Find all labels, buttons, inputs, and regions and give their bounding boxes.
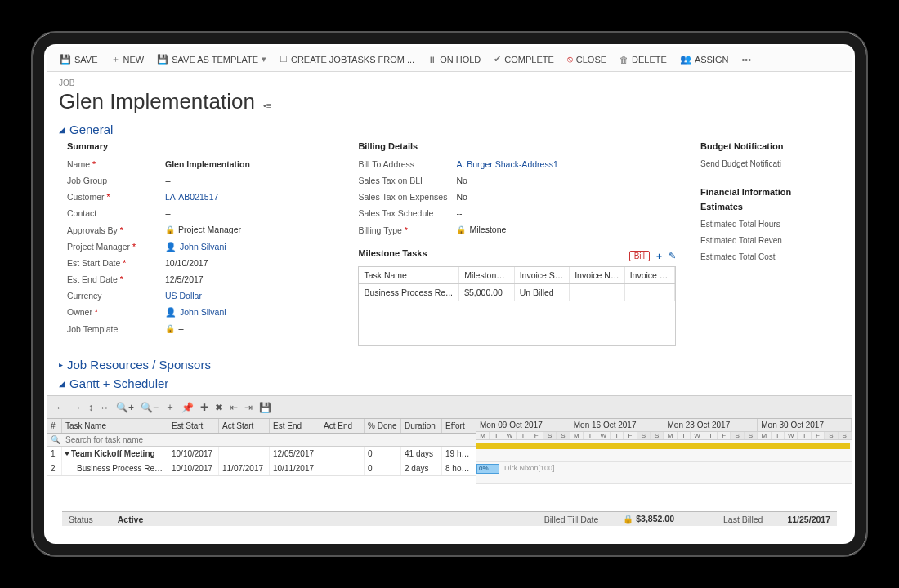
title-list-icon[interactable]: •≡ <box>263 100 271 110</box>
billing-type-value[interactable]: 🔒Milestone <box>456 223 506 237</box>
financial-heading: Financial Information <box>700 187 840 197</box>
bill-button[interactable]: Bill <box>629 251 650 261</box>
estimates-sub: Estimates <box>700 202 840 212</box>
add-milestone-icon[interactable]: ＋ <box>655 250 664 262</box>
col-pct[interactable]: % Done <box>365 419 401 433</box>
section-resources-header[interactable]: ▸ Job Resources / Sponsors <box>59 358 840 372</box>
gantt-indent-icon[interactable]: ⇥ <box>244 402 253 413</box>
contact-value[interactable]: -- <box>165 207 171 220</box>
new-button[interactable]: ＋NEW <box>105 51 150 68</box>
budget-notif-heading: Budget Notification <box>700 141 840 151</box>
gantt-zoomin-icon[interactable]: 🔍+ <box>116 402 134 413</box>
billed-till-label: Billed Till Date <box>544 514 599 524</box>
gantt-zoomout-icon[interactable]: 🔍− <box>141 402 159 413</box>
tax-exp-label: Sales Tax on Expenses <box>358 190 456 203</box>
col-price[interactable]: Milestone price* <box>459 267 515 283</box>
section-gantt-header[interactable]: ◢ Gantt + Scheduler <box>59 376 840 390</box>
expand-icon[interactable] <box>65 452 69 456</box>
lock-icon: 🔒 <box>456 225 466 234</box>
tablet-frame: 💾SAVE ＋NEW 💾SAVE AS TEMPLATE ▾ ☐CREATE J… <box>31 31 868 557</box>
task-bar-label: Dirk Nixon[100] <box>504 464 555 472</box>
day-cell: F <box>530 432 543 439</box>
pause-icon: ⏸ <box>427 55 436 65</box>
gantt-timeline[interactable]: Mon 09 Oct 2017 Mon 16 Oct 2017 Mon 23 O… <box>476 419 852 484</box>
contact-label: Contact <box>67 207 165 220</box>
approvals-by-label: Approvals By <box>67 225 123 235</box>
gantt-row-child[interactable]: 2 Business Process Review - Gat... 10/10… <box>47 461 476 476</box>
app-screen: 💾SAVE ＋NEW 💾SAVE AS TEMPLATE ▾ ☐CREATE J… <box>47 47 852 541</box>
day-cell: W <box>597 432 611 439</box>
day-cell: M <box>476 432 490 439</box>
gantt-toolbar: ← → ↕ ↔ 🔍+ 🔍− ＋ 📌 ✚ ✖ ⇤ ⇥ 💾 <box>47 396 852 419</box>
more-button[interactable]: ••• <box>736 52 757 67</box>
save-as-template-button[interactable]: 💾SAVE AS TEMPLATE ▾ <box>151 51 272 67</box>
gantt-hzoom-icon[interactable]: ↔ <box>100 402 110 413</box>
col-inv-number[interactable]: Invoice Number <box>570 267 625 283</box>
col-effort[interactable]: Effort <box>442 419 476 433</box>
gantt-vzoom-icon[interactable]: ↕ <box>88 402 93 413</box>
gantt-save-icon[interactable]: 💾 <box>259 402 271 413</box>
save-button[interactable]: 💾SAVE <box>54 51 104 67</box>
delete-button[interactable]: 🗑DELETE <box>614 52 673 67</box>
gantt-pin-icon[interactable]: 📌 <box>181 402 194 413</box>
col-act-end[interactable]: Act End <box>320 419 365 433</box>
col-task[interactable]: Task Name <box>359 267 459 283</box>
billing-type-label: Billing Type <box>358 225 408 235</box>
currency-label: Currency <box>67 289 165 302</box>
col-inv-date[interactable]: Invoice Date <box>625 267 675 283</box>
col-task[interactable]: Task Name <box>62 419 168 433</box>
job-group-value[interactable]: -- <box>165 174 171 187</box>
project-manager-value[interactable]: 👤John Silvani <box>165 240 226 253</box>
tax-sched-value[interactable]: -- <box>456 207 462 220</box>
task-bar[interactable]: 0% <box>476 464 499 474</box>
tax-bli-label: Sales Tax on BLI <box>358 174 456 187</box>
col-num[interactable]: # <box>47 419 62 433</box>
on-hold-button[interactable]: ⏸ON HOLD <box>422 52 486 67</box>
day-cell: T <box>584 432 597 439</box>
complete-button[interactable]: ✔COMPLETE <box>488 51 560 67</box>
week-header: Mon 09 Oct 2017 <box>476 419 570 431</box>
create-jobtasks-button[interactable]: ☐CREATE JOBTASKS FROM ... <box>274 51 420 67</box>
close-button[interactable]: ⦸CLOSE <box>561 51 612 67</box>
summary-bar[interactable] <box>476 443 850 449</box>
customer-link[interactable]: LA-AB021517 <box>165 190 218 203</box>
gantt-delete-icon[interactable]: ✖ <box>215 402 223 413</box>
col-est-end[interactable]: Est End <box>270 419 320 433</box>
approvals-by-value[interactable]: 🔒Project Manager <box>165 223 241 237</box>
section-general-header[interactable]: ◢ General <box>59 122 840 136</box>
owner-value[interactable]: 👤John Silvani <box>165 305 226 318</box>
gantt-add-icon[interactable]: ＋ <box>165 400 175 414</box>
tax-bli-value[interactable]: No <box>456 174 467 187</box>
currency-link[interactable]: US Dollar <box>165 289 202 302</box>
gantt-next-icon[interactable]: → <box>72 402 82 413</box>
tax-exp-value[interactable]: No <box>456 190 467 203</box>
lock-icon: 🔒 <box>623 514 636 523</box>
name-value[interactable]: Glen Implementation <box>165 158 250 171</box>
est-start-value[interactable]: 10/10/2017 <box>165 256 208 270</box>
est-end-value[interactable]: 12/5/2017 <box>165 273 204 286</box>
est-revenue-label: Estimated Total Reven <box>700 234 782 247</box>
col-est-start[interactable]: Est Start <box>168 419 219 433</box>
milestone-row[interactable]: Business Process Re... $5,000.00 Un Bill… <box>359 284 675 301</box>
bill-to-link[interactable]: A. Burger Shack-Address1 <box>456 158 557 171</box>
person-icon: 👤 <box>165 242 177 252</box>
col-duration[interactable]: Duration <box>401 419 442 433</box>
job-template-value[interactable]: 🔒-- <box>165 322 184 336</box>
more-icon: ••• <box>741 55 751 65</box>
gantt-prev-icon[interactable]: ← <box>56 402 65 413</box>
assign-icon: 👥 <box>680 54 691 65</box>
assign-button[interactable]: 👥ASSIGN <box>674 51 735 67</box>
gantt-addbar-icon[interactable]: ✚ <box>200 402 208 413</box>
day-cell: S <box>557 432 570 439</box>
milestone-settings-icon[interactable]: ✎ <box>669 251 676 261</box>
day-cell: M <box>570 432 584 439</box>
day-cell: T <box>772 432 785 439</box>
lock-icon: 🔒 <box>165 225 175 234</box>
billed-till-value: 🔒 $3,852.00 <box>623 514 674 524</box>
col-act-start[interactable]: Act Start <box>219 419 270 433</box>
col-inv-status[interactable]: Invoice Status <box>515 267 570 283</box>
job-group-label: Job Group <box>67 174 165 187</box>
gantt-row-parent[interactable]: 1 Team Kickoff Meeting 10/10/2017 12/05/… <box>47 447 476 461</box>
gantt-search-input[interactable] <box>62 434 476 446</box>
gantt-outdent-icon[interactable]: ⇤ <box>230 402 238 413</box>
